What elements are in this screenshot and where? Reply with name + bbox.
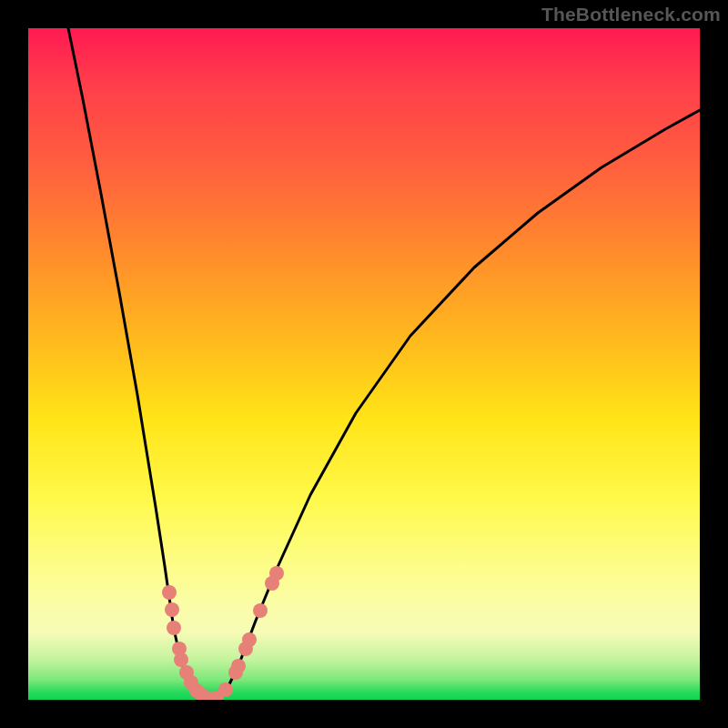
data-marker xyxy=(231,659,246,673)
chart-frame: TheBottleneck.com xyxy=(0,0,728,728)
data-marker xyxy=(269,566,284,581)
data-marker xyxy=(162,585,177,600)
data-markers xyxy=(162,566,284,700)
data-marker xyxy=(218,682,233,697)
curve-left-branch xyxy=(68,28,210,700)
bottleneck-curve xyxy=(68,28,700,700)
data-marker xyxy=(253,603,268,618)
curve-layer xyxy=(28,28,700,700)
data-marker xyxy=(174,652,188,667)
plot-area xyxy=(28,28,700,700)
data-marker xyxy=(242,632,257,647)
watermark-text: TheBottleneck.com xyxy=(541,4,721,25)
data-marker xyxy=(165,602,179,617)
curve-right-branch xyxy=(210,110,700,700)
data-marker xyxy=(167,621,181,635)
